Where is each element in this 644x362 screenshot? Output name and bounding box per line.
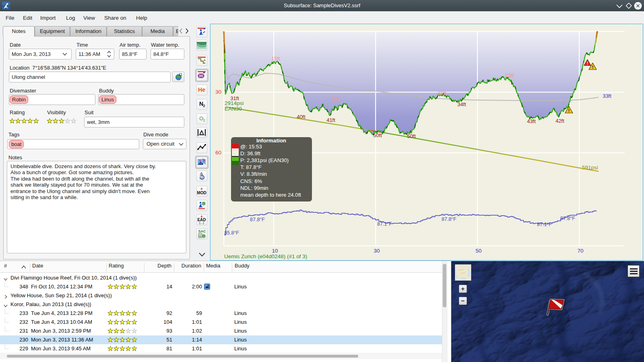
svg-text:2: 2 (203, 118, 205, 122)
svg-text:SAC: SAC (198, 229, 206, 233)
svg-text:MOD: MOD (197, 191, 206, 195)
svg-text:He: He (198, 86, 205, 93)
svg-text:2: 2 (203, 104, 205, 108)
svg-text:(...): (...) (199, 221, 204, 224)
